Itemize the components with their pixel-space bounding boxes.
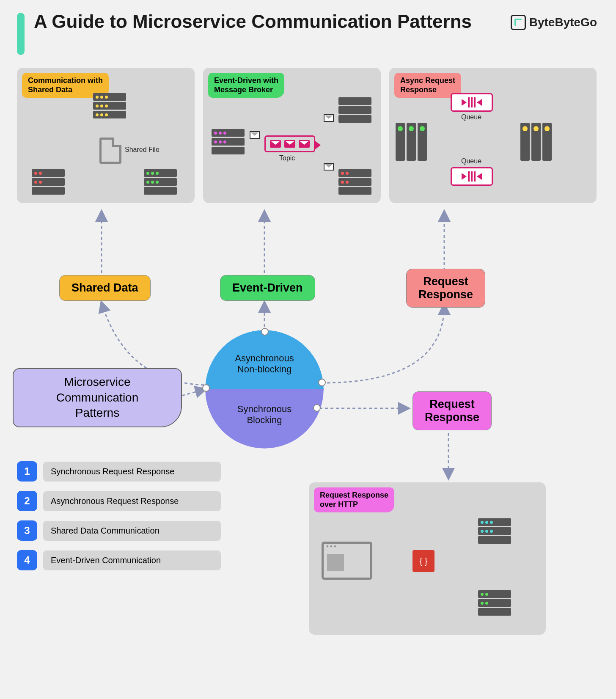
connector-dot xyxy=(318,379,326,386)
panel-label-http: Request Response over HTTP xyxy=(314,487,394,512)
panel-shared-data: Communication with Shared Data Shared Fi… xyxy=(17,68,195,203)
pill-event-driven: Event-Driven xyxy=(220,275,315,301)
panel-async-rr: Async Request Response Queue Queue xyxy=(389,68,597,203)
server-icon xyxy=(32,169,65,195)
list-label: Synchronous Request Response xyxy=(43,462,221,482)
list-label: Asynchronous Request Response xyxy=(43,491,221,511)
shared-file-label: Shared File xyxy=(125,146,160,154)
server-icon xyxy=(338,97,371,123)
root-label: Microservice Communication Patterns xyxy=(13,368,182,427)
center-circle: Asynchronous Non-blocking Synchronous Bl… xyxy=(205,330,324,449)
pill-shared-data: Shared Data xyxy=(59,275,151,301)
topic-icon xyxy=(264,135,315,152)
list-item: 4Event-Driven Communication xyxy=(17,550,221,570)
list-number: 2 xyxy=(17,491,37,511)
file-icon xyxy=(99,138,121,164)
page-title: A Guide to Microservice Communication Pa… xyxy=(34,11,472,33)
server-icon xyxy=(144,169,177,195)
list-number: 4 xyxy=(17,550,37,570)
pill-sync-rr: Request Response xyxy=(412,391,492,430)
brand-logo: ByteByteGo xyxy=(511,15,597,30)
server-tall-icon xyxy=(520,123,552,161)
browser-icon xyxy=(322,542,372,580)
panel-http: Request Response over HTTP { } xyxy=(309,482,546,635)
envelope-icon xyxy=(324,163,334,171)
server-icon xyxy=(338,169,371,195)
pattern-list: 1Synchronous Request Response 2Asynchron… xyxy=(17,461,221,580)
logo-icon xyxy=(511,15,526,30)
queue-label: Queue xyxy=(461,157,481,165)
queue-label: Queue xyxy=(461,113,481,121)
server-tall-icon xyxy=(396,123,427,161)
pill-async-rr: Request Response xyxy=(406,269,485,308)
list-label: Event-Driven Communication xyxy=(43,550,221,570)
topic-label: Topic xyxy=(279,154,295,162)
connector-dot xyxy=(261,328,269,336)
envelope-icon xyxy=(250,131,260,139)
server-icon xyxy=(478,518,511,544)
sync-half: Synchronous Blocking xyxy=(205,389,324,449)
connector-dot xyxy=(313,404,321,412)
list-item: 3Shared Data Communication xyxy=(17,520,221,541)
accent-bar xyxy=(17,13,25,55)
queue-icon xyxy=(451,93,493,112)
connector-dot xyxy=(202,384,210,392)
list-number: 1 xyxy=(17,461,37,482)
list-number: 3 xyxy=(17,520,37,541)
async-half: Asynchronous Non-blocking xyxy=(205,330,324,389)
queue-icon xyxy=(451,167,493,186)
server-icon xyxy=(93,93,126,118)
list-label: Shared Data Communication xyxy=(43,521,221,541)
panel-event-driven: Event-Driven with Message Broker Topic xyxy=(203,68,381,203)
api-icon: { } xyxy=(412,550,434,572)
server-icon xyxy=(478,590,511,616)
server-icon xyxy=(212,129,245,154)
list-item: 1Synchronous Request Response xyxy=(17,461,221,482)
envelope-icon xyxy=(324,114,334,122)
brand-name: ByteByteGo xyxy=(529,16,597,29)
list-item: 2Asynchronous Request Response xyxy=(17,491,221,511)
panel-label-event: Event-Driven with Message Broker xyxy=(208,73,284,98)
